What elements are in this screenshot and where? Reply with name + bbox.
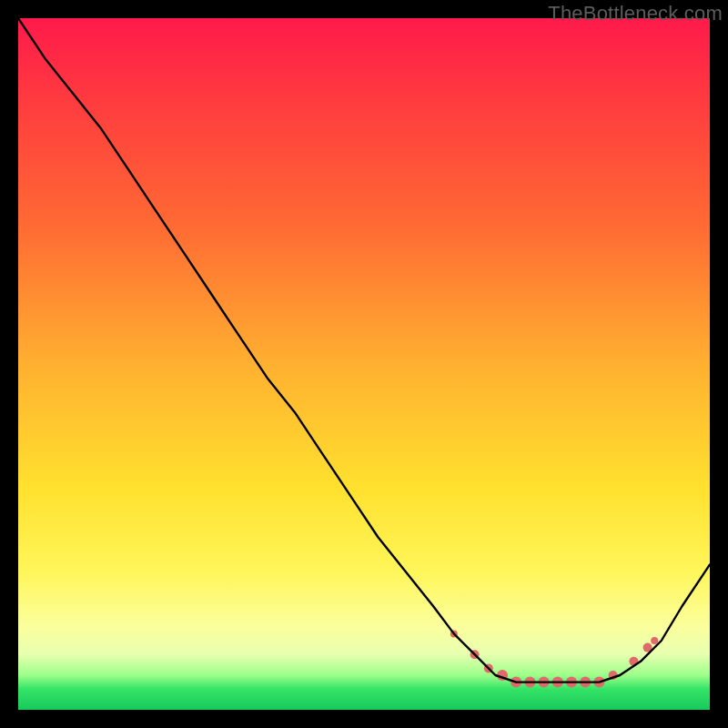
valley-marker — [651, 637, 658, 644]
curve-layer — [18, 18, 710, 710]
valley-marker-group — [450, 630, 658, 687]
plot-area — [18, 18, 710, 710]
watermark-text: TheBottleneck.com — [548, 2, 723, 25]
bottleneck-curve — [18, 18, 710, 682]
chart-stage: TheBottleneck.com — [0, 0, 728, 728]
